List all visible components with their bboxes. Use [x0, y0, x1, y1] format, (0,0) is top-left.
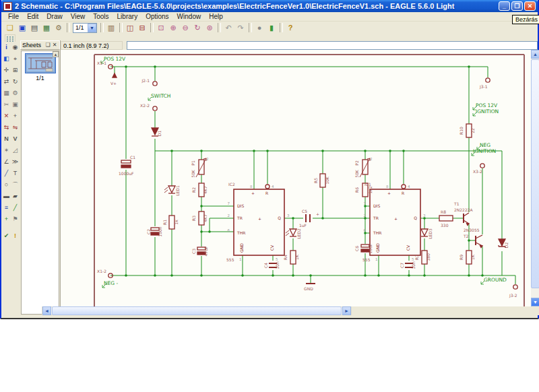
show-tool-button[interactable]: ◉ [11, 42, 20, 53]
part-t1-name: T1 [453, 201, 459, 206]
rotate-tool-button[interactable]: ↻ [11, 76, 20, 88]
pinswap-tool-button[interactable]: ⇆ [2, 122, 11, 133]
scroll-left-icon[interactable]: ◄ [42, 306, 51, 315]
bus-tool-button[interactable]: ≡ [2, 202, 11, 214]
ic1-pin-q: Q [414, 216, 417, 220]
schematic-canvas[interactable]: POS 12V SWITCH NEG - POS 12V IGNITION NE… [61, 50, 531, 306]
minimize-button[interactable]: _ [499, 1, 510, 11]
board-icon[interactable]: ▦ [40, 22, 53, 33]
zoom-in-icon[interactable]: ⊕ [167, 22, 179, 33]
add-tool-button[interactable]: + [11, 110, 20, 122]
command-input[interactable] [127, 41, 538, 50]
cut-tool-button[interactable]: ✂ [2, 99, 11, 110]
zoom-select-icon[interactable]: ⊛ [203, 22, 216, 33]
mirror-tool-button[interactable]: ⇄ [2, 76, 11, 88]
menu-edit[interactable]: Edit [23, 12, 42, 21]
menu-tools[interactable]: Tools [89, 12, 113, 21]
part-c7-value: 10n [411, 261, 416, 269]
change-tool-button[interactable]: ⚙ [11, 88, 20, 99]
use-icon[interactable]: ▥ [105, 22, 117, 33]
undo-icon[interactable]: ↶ [222, 22, 234, 33]
junction-tool-button[interactable]: + [2, 214, 11, 225]
save-icon[interactable]: ▣ [16, 22, 28, 33]
vertical-scroll-thumb[interactable] [531, 59, 539, 288]
scroll-down-icon[interactable]: ▼ [531, 298, 539, 306]
cam-icon[interactable]: ⚙ [53, 22, 65, 33]
errors-tool-button[interactable]: ! [11, 230, 20, 242]
smash-tool-button[interactable]: ✶ [2, 145, 11, 156]
close-button[interactable]: ✕ [524, 1, 536, 11]
erc-tool-button[interactable]: ✔ [2, 230, 11, 242]
stop-icon[interactable]: ● [253, 22, 265, 33]
svg-text:8: 8 [386, 185, 389, 189]
redo-icon[interactable]: ↷ [234, 22, 247, 33]
ic1-pin-vcc: + [387, 191, 391, 195]
info-tool-button[interactable]: i [2, 42, 11, 53]
part-p2-value: 50K [354, 169, 359, 178]
menu-help[interactable]: Help [205, 12, 227, 21]
go-icon[interactable]: ▮ [265, 22, 278, 33]
rect-tool-button[interactable]: ▬ [2, 191, 11, 202]
replace-tool-button[interactable]: ⇋ [11, 122, 20, 133]
ic2-pin-q: Q [278, 216, 281, 220]
part-c6-value: 10uF [368, 243, 373, 253]
name-tool-button[interactable]: N [2, 133, 11, 145]
menu-bar: FileEditDrawViewToolsLibraryOptionsWindo… [1, 12, 538, 22]
open-icon[interactable]: ❏ [4, 22, 16, 33]
scroll-up-icon[interactable]: ▲ [531, 50, 539, 59]
vertical-scrollbar[interactable]: ▲ ▼ [531, 50, 539, 306]
value-tool-button[interactable]: V [11, 133, 20, 145]
move-tool-button[interactable]: ✛ [2, 65, 11, 76]
wire-tool-button[interactable]: ╱ [2, 168, 11, 179]
group-tool-button[interactable]: ▦ [2, 88, 11, 99]
sheet-selector[interactable]: 1/1▼ [73, 23, 97, 33]
zoom-redraw-icon[interactable]: ↻ [191, 22, 203, 33]
mark-tool-button[interactable]: ⌖ [11, 53, 20, 65]
sheets-scroll-up-icon[interactable]: ▲ [53, 51, 59, 57]
part-r7-name: R7 [414, 255, 419, 260]
ic1-pin-r: R [402, 191, 404, 195]
maximize-button[interactable]: ❐ [511, 1, 523, 11]
text-tool-button[interactable]: T [11, 168, 20, 179]
horizontal-scroll-thumb[interactable] [52, 306, 342, 315]
menu-view[interactable]: View [67, 12, 90, 21]
copy-tool-button[interactable]: ⊞ [11, 65, 20, 76]
title-bar[interactable]: 2 Schematic - C:\Program Files\EAGLE-5.6… [1, 0, 538, 12]
pad-j3-2 [513, 285, 517, 289]
circle-tool-button[interactable]: ○ [2, 179, 11, 191]
part-c4-name: C4 [263, 263, 268, 268]
part-r2-name: R2 [191, 187, 196, 193]
menu-file[interactable]: File [4, 12, 23, 21]
zoom-fit-icon[interactable]: ⊡ [155, 22, 167, 33]
print-icon[interactable]: ▤ [28, 22, 40, 33]
part-p1-name: P1 [191, 160, 195, 166]
zoom-out-icon[interactable]: ⊖ [179, 22, 191, 33]
part-icon[interactable]: ⊟ [136, 22, 148, 33]
label-tool-button[interactable]: ⚑ [11, 214, 20, 225]
net-tool-button[interactable]: ╱ [11, 202, 20, 214]
split-tool-button[interactable]: ∠ [2, 156, 11, 168]
invoke-tool-button[interactable]: ≫ [11, 156, 20, 168]
menu-window[interactable]: Window [173, 12, 205, 21]
arc-tool-button[interactable]: ⌒ [11, 179, 20, 191]
help-icon[interactable]: ? [284, 22, 296, 33]
vplus-symbol [113, 73, 117, 77]
display-tool-button[interactable]: ◧ [2, 53, 11, 65]
miter-tool-button[interactable]: ◿ [11, 145, 20, 156]
menu-draw[interactable]: Draw [42, 12, 66, 21]
svg-text:8: 8 [250, 185, 253, 189]
polygon-tool-button[interactable]: ▰ [11, 191, 20, 202]
menu-library[interactable]: Library [113, 12, 142, 21]
part-r1-name: R1 [162, 220, 167, 225]
menu-options[interactable]: Options [141, 12, 172, 21]
paste-tool-button[interactable]: ▣ [11, 99, 20, 110]
delete-tool-button[interactable]: ✕ [2, 110, 11, 122]
pin-icon[interactable]: ❏ [44, 42, 51, 48]
scroll-right-icon[interactable]: ► [342, 306, 351, 315]
frame-icon[interactable]: ◫ [124, 22, 136, 33]
sheets-close-icon[interactable]: ✕ [51, 42, 58, 48]
horizontal-scrollbar[interactable]: ◄ ► [42, 306, 352, 315]
sheet-thumbnail[interactable] [25, 53, 56, 73]
toolbar-separator [150, 23, 154, 32]
chevron-down-icon[interactable]: ▼ [88, 24, 96, 32]
